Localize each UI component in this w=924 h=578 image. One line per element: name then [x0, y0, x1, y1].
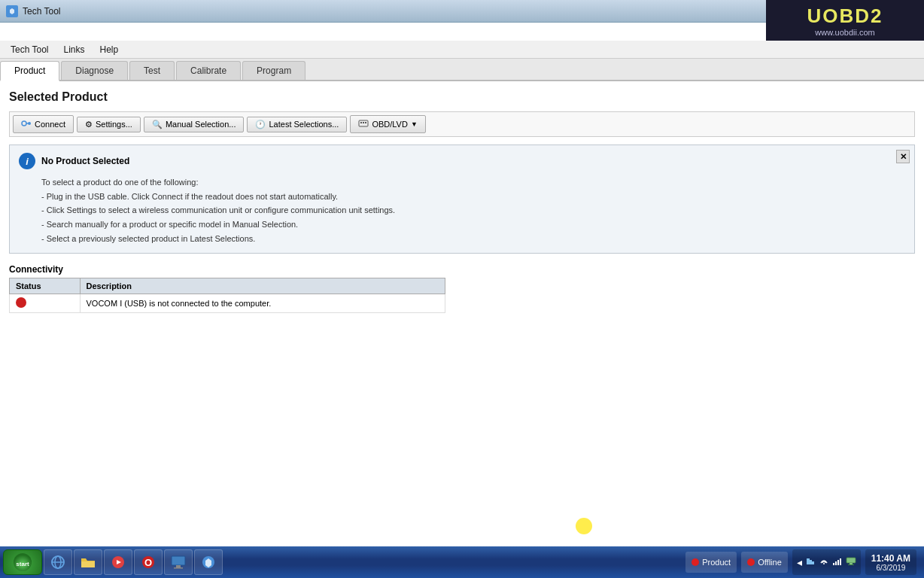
- tabbar: Product Diagnose Test Calibrate Program: [0, 59, 924, 81]
- main-area: Tech Tool Links Help Product Diagnose Te…: [0, 41, 924, 546]
- window-title: Tech Tool: [23, 6, 60, 17]
- taskbar-offline-status: Offline: [741, 552, 788, 573]
- svg-rect-18: [174, 567, 183, 569]
- col-description: Description: [80, 278, 445, 294]
- table-row: VOCOM I (USB) is not connected to the co…: [10, 294, 445, 313]
- svg-rect-21: [810, 560, 812, 564]
- search-icon: 🔍: [152, 120, 163, 129]
- connect-icon: [21, 118, 32, 130]
- clock-time: 11:40 AM: [871, 553, 910, 564]
- info-body: To select a product do one of the follow…: [41, 175, 905, 245]
- latest-label: Latest Selections...: [269, 120, 339, 129]
- status-error-icon: [16, 297, 26, 308]
- tab-test[interactable]: Test: [129, 61, 175, 80]
- titlebar-left: Tech Tool: [6, 5, 60, 17]
- dropdown-arrow-icon: ▼: [411, 120, 418, 128]
- offline-label: Offline: [758, 558, 782, 567]
- svg-text:O: O: [144, 557, 152, 568]
- taskbar-media-icon[interactable]: [104, 549, 132, 575]
- tray-icon-2: [819, 556, 829, 569]
- clock-icon: 🕐: [255, 120, 266, 129]
- offline-status-icon: [747, 558, 755, 566]
- info-line-1: - Plug in the USB cable. Click Connect i…: [41, 190, 905, 204]
- taskbar-product-status: Product: [685, 552, 737, 573]
- info-title: No Product Selected: [41, 156, 129, 166]
- svg-rect-28: [846, 558, 856, 563]
- menubar: Tech Tool Links Help: [0, 41, 924, 59]
- connectivity-title: Connectivity: [9, 264, 915, 275]
- col-status: Status: [10, 278, 81, 294]
- svg-rect-22: [812, 561, 814, 564]
- taskbar-ie-icon[interactable]: [44, 549, 72, 575]
- svg-point-23: [823, 563, 825, 564]
- status-cell: [10, 294, 81, 313]
- menu-links[interactable]: Links: [56, 43, 92, 56]
- toolbar: Connect ⚙ Settings... 🔍 Manual Selection…: [9, 111, 915, 137]
- obd-icon: [358, 118, 369, 130]
- svg-rect-5: [363, 122, 364, 123]
- content-area: Selected Product Connect ⚙ Settings... 🔍: [0, 81, 924, 546]
- product-label: Product: [702, 558, 731, 567]
- settings-button[interactable]: ⚙ Settings...: [77, 117, 141, 132]
- connect-label: Connect: [35, 120, 65, 129]
- taskbar: start O: [0, 546, 924, 578]
- svg-rect-30: [848, 564, 854, 565]
- info-line-2: - Click Settings to select a wireless co…: [41, 203, 905, 218]
- logo-area: UOBD2 www.uobdii.com: [766, 0, 924, 41]
- tab-calibrate[interactable]: Calibrate: [176, 61, 241, 80]
- info-header: i No Product Selected: [19, 153, 905, 169]
- svg-rect-27: [840, 558, 841, 565]
- manual-label: Manual Selection...: [166, 120, 236, 129]
- info-line-4: - Select a previously selected product i…: [41, 232, 905, 246]
- product-status-icon: [691, 558, 699, 566]
- obd-dropdown-button[interactable]: OBD/LVD ▼: [350, 115, 425, 133]
- svg-point-2: [28, 122, 31, 125]
- logo-sub: www.uobdii.com: [815, 28, 874, 37]
- taskbar-folder-icon[interactable]: [74, 549, 102, 575]
- tray-expand-icon[interactable]: ◂: [797, 556, 802, 568]
- svg-rect-29: [850, 563, 853, 564]
- manual-selection-button[interactable]: 🔍 Manual Selection...: [144, 117, 245, 132]
- settings-icon: ⚙: [85, 120, 93, 129]
- svg-rect-25: [835, 561, 837, 565]
- connectivity-table: Status Description VOCOM I (USB) is not …: [9, 278, 445, 313]
- start-button[interactable]: start: [3, 549, 42, 575]
- info-box: i No Product Selected ✕ To select a prod…: [9, 144, 915, 254]
- tab-product[interactable]: Product: [0, 61, 59, 81]
- info-close-button[interactable]: ✕: [896, 150, 910, 163]
- svg-rect-4: [360, 122, 362, 123]
- connect-button[interactable]: Connect: [13, 115, 74, 133]
- menu-help[interactable]: Help: [93, 43, 126, 56]
- tab-program[interactable]: Program: [242, 61, 305, 80]
- tray-icon-1: [805, 556, 816, 569]
- svg-rect-20: [807, 558, 810, 564]
- svg-rect-16: [172, 556, 185, 565]
- tab-diagnose[interactable]: Diagnose: [61, 61, 128, 80]
- menu-tech-tool[interactable]: Tech Tool: [3, 43, 56, 56]
- svg-rect-26: [837, 560, 839, 565]
- taskbar-techtool-icon[interactable]: [194, 549, 223, 575]
- taskbar-opera-icon[interactable]: O: [134, 549, 163, 575]
- app-icon: [6, 5, 18, 17]
- taskbar-right: Product Offline ◂: [685, 549, 921, 575]
- tray-icon-4: [846, 557, 856, 568]
- svg-rect-24: [833, 563, 834, 565]
- page-title: Selected Product: [9, 90, 915, 104]
- svg-rect-17: [176, 565, 181, 567]
- logo-main: UOBD2: [807, 5, 883, 28]
- settings-label: Settings...: [96, 120, 132, 129]
- taskbar-monitor-icon[interactable]: [164, 549, 193, 575]
- system-tray: ◂: [792, 549, 861, 575]
- svg-text:start: start: [16, 561, 29, 567]
- clock-date: 6/3/2019: [871, 564, 910, 572]
- table-header-row: Status Description: [10, 278, 445, 294]
- tray-icon-3: [832, 556, 843, 569]
- connectivity-section: Connectivity Status Description VOCOM I …: [9, 264, 915, 313]
- info-line-0: To select a product do one of the follow…: [41, 175, 905, 190]
- clock: 11:40 AM 6/3/2019: [865, 549, 916, 575]
- latest-selections-button[interactable]: 🕐 Latest Selections...: [247, 117, 347, 132]
- info-line-3: - Search manually for a product or speci…: [41, 218, 905, 232]
- info-icon: i: [19, 153, 35, 169]
- obd-label: OBD/LVD: [372, 120, 407, 129]
- svg-point-1: [22, 121, 26, 126]
